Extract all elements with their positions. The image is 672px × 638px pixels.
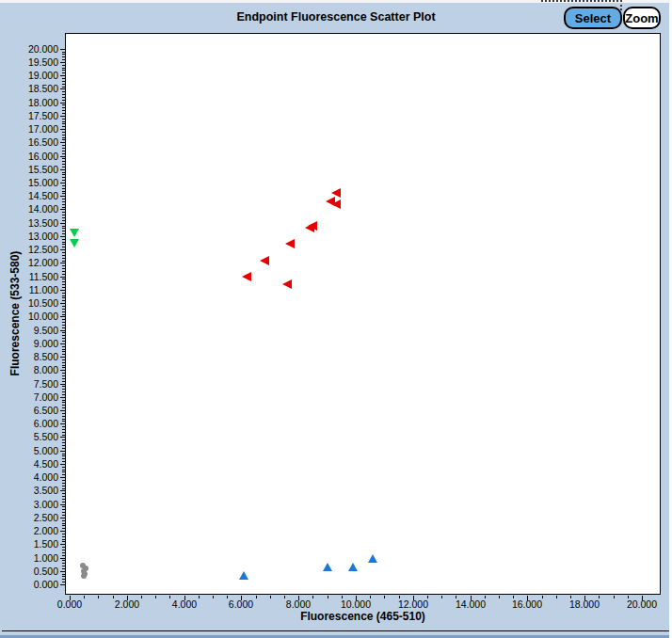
y-minor-tick xyxy=(62,193,65,194)
select-button[interactable]: Select xyxy=(564,7,622,29)
data-point-red-left-triangles[interactable] xyxy=(331,188,341,198)
y-minor-tick xyxy=(62,87,65,88)
endpoint-scatter-window: Endpoint Fluorescence Scatter Plot Selec… xyxy=(0,0,672,638)
y-major-tick xyxy=(60,370,65,371)
y-minor-tick xyxy=(62,373,65,374)
y-major-tick xyxy=(60,518,65,518)
y-minor-tick xyxy=(62,560,65,561)
y-major-tick xyxy=(60,88,65,89)
y-minor-tick xyxy=(62,367,65,368)
x-tick-label: 12.000 xyxy=(385,598,441,610)
y-tick-label: 3.500 xyxy=(4,485,58,496)
y-minor-tick xyxy=(62,220,65,221)
y-major-tick xyxy=(60,263,65,263)
y-minor-tick xyxy=(62,84,65,85)
y-minor-tick xyxy=(62,520,65,521)
y-minor-tick xyxy=(62,104,65,105)
y-minor-tick xyxy=(62,483,65,484)
data-point-blue-up-triangles[interactable] xyxy=(239,571,248,580)
zoom-button[interactable]: Zoom xyxy=(623,7,661,29)
y-major-tick xyxy=(60,464,65,465)
y-minor-tick xyxy=(62,325,65,326)
y-minor-tick xyxy=(62,574,65,575)
y-major-tick xyxy=(60,544,65,545)
x-tick-label: 18.000 xyxy=(556,598,613,610)
y-tick-label: 16.500 xyxy=(4,136,58,148)
data-point-red-left-triangles[interactable] xyxy=(285,239,295,248)
y-major-tick xyxy=(60,330,65,331)
y-minor-tick xyxy=(62,391,65,392)
y-minor-tick xyxy=(62,322,65,323)
data-point-red-left-triangles[interactable] xyxy=(260,256,269,265)
y-minor-tick xyxy=(62,110,65,111)
y-minor-tick xyxy=(62,419,65,420)
y-minor-tick xyxy=(62,365,65,366)
y-minor-tick xyxy=(62,68,65,69)
data-point-blue-up-triangles[interactable] xyxy=(348,563,358,571)
y-major-tick xyxy=(60,558,65,559)
y-minor-tick xyxy=(62,199,65,199)
y-minor-tick xyxy=(62,295,65,296)
y-minor-tick xyxy=(62,293,65,294)
y-major-tick xyxy=(60,584,65,585)
y-minor-tick xyxy=(62,167,65,167)
data-point-red-left-triangles[interactable] xyxy=(308,221,317,231)
y-minor-tick xyxy=(62,555,65,556)
y-minor-tick xyxy=(62,568,65,569)
y-tick-label: 3.000 xyxy=(4,499,58,510)
x-tick-label: 8.000 xyxy=(270,598,327,610)
y-minor-tick xyxy=(62,338,65,339)
y-minor-tick xyxy=(62,153,65,154)
y-minor-tick xyxy=(62,488,65,489)
y-minor-tick xyxy=(62,191,65,192)
y-tick-label: 2.000 xyxy=(4,525,58,536)
y-minor-tick xyxy=(62,413,65,414)
y-minor-tick xyxy=(62,233,65,234)
data-point-blue-up-triangles[interactable] xyxy=(368,554,377,563)
plot-area[interactable] xyxy=(65,33,661,595)
y-tick-label: 20.000 xyxy=(4,43,58,55)
y-minor-tick xyxy=(62,319,65,320)
y-minor-tick xyxy=(62,381,65,382)
y-minor-tick xyxy=(62,499,65,500)
y-minor-tick xyxy=(62,579,65,580)
data-point-green-down-triangles[interactable] xyxy=(70,229,79,237)
y-minor-tick xyxy=(62,394,65,395)
y-minor-tick xyxy=(62,279,65,279)
y-minor-tick xyxy=(62,362,65,363)
x-tick-label: 16.000 xyxy=(499,598,555,610)
y-minor-tick xyxy=(62,442,65,443)
y-minor-tick xyxy=(62,177,65,178)
data-point-green-down-triangles[interactable] xyxy=(70,239,79,247)
y-minor-tick xyxy=(62,161,65,162)
data-point-red-left-triangles[interactable] xyxy=(331,199,341,209)
data-point-red-left-triangles[interactable] xyxy=(282,279,292,289)
y-minor-tick xyxy=(62,386,65,387)
y-major-tick xyxy=(60,62,65,63)
y-minor-tick xyxy=(62,265,65,266)
y-major-tick xyxy=(60,142,65,143)
y-minor-tick xyxy=(62,215,65,215)
y-minor-tick xyxy=(62,563,65,564)
data-point-blue-up-triangles[interactable] xyxy=(323,563,332,571)
y-major-tick xyxy=(60,290,65,291)
y-minor-tick xyxy=(62,72,65,73)
y-minor-tick xyxy=(62,281,65,282)
y-minor-tick xyxy=(62,534,65,534)
y-minor-tick xyxy=(62,539,65,540)
data-point-gray-circles[interactable] xyxy=(81,573,87,579)
y-minor-tick xyxy=(62,185,65,186)
y-minor-tick xyxy=(62,402,65,403)
y-minor-tick xyxy=(62,287,65,288)
y-minor-tick xyxy=(62,119,65,120)
y-minor-tick xyxy=(62,255,65,256)
y-minor-tick xyxy=(62,306,65,307)
y-minor-tick xyxy=(62,54,65,55)
y-tick-label: 2.500 xyxy=(4,512,58,523)
y-minor-tick xyxy=(62,407,65,408)
data-point-red-left-triangles[interactable] xyxy=(242,272,251,281)
y-minor-tick xyxy=(62,448,65,449)
y-minor-tick xyxy=(62,70,65,71)
y-minor-tick xyxy=(62,121,65,122)
y-minor-tick xyxy=(62,226,65,227)
